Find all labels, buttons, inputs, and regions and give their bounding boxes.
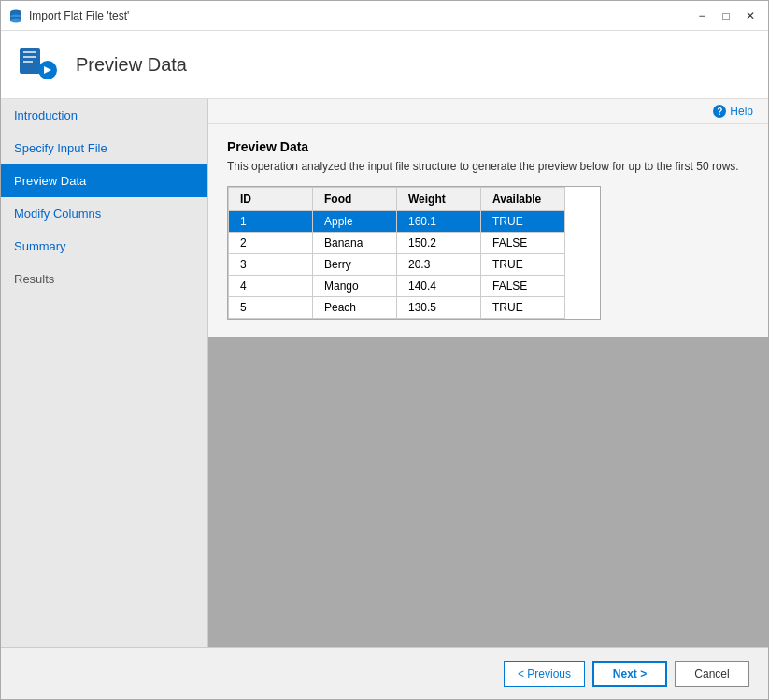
previous-button[interactable]: < Previous <box>504 661 585 687</box>
app-icon <box>8 8 23 23</box>
svg-point-4 <box>10 18 21 22</box>
content-section-title: Preview Data <box>227 139 749 154</box>
sidebar-item-modify-columns[interactable]: Modify Columns <box>1 197 207 230</box>
close-button[interactable]: ✕ <box>740 6 761 26</box>
sidebar: Introduction Specify Input File Preview … <box>1 99 208 647</box>
footer: < Previous Next > Cancel <box>1 647 768 699</box>
header-area: Preview Data <box>1 31 768 99</box>
main-content: Introduction Specify Input File Preview … <box>1 99 768 647</box>
gray-fill-area <box>208 337 768 647</box>
cancel-button[interactable]: Cancel <box>675 661 749 687</box>
content-inner: Preview Data This operation analyzed the… <box>208 124 768 337</box>
sidebar-item-summary[interactable]: Summary <box>1 230 207 263</box>
window-title: Import Flat File 'test' <box>29 9 691 22</box>
table-header-row: ID Food Weight Available <box>229 188 565 211</box>
next-button[interactable]: Next > <box>592 661 667 687</box>
header-icon <box>16 42 61 87</box>
sidebar-item-introduction[interactable]: Introduction <box>1 99 207 132</box>
page-title: Preview Data <box>76 54 187 76</box>
preview-table-container: ID Food Weight Available 1Apple160.1TRUE… <box>227 186 601 320</box>
content-panel: ? Help Preview Data This operation analy… <box>208 99 768 647</box>
help-bar: ? Help <box>208 99 768 124</box>
svg-rect-8 <box>23 61 33 63</box>
table-row[interactable]: 5Peach130.5TRUE <box>229 297 565 319</box>
table-row[interactable]: 4Mango140.4FALSE <box>229 276 565 297</box>
sidebar-item-preview-data: Preview Data <box>1 164 207 197</box>
table-row[interactable]: 1Apple160.1TRUE <box>229 211 565 233</box>
svg-rect-7 <box>23 56 36 58</box>
preview-table: ID Food Weight Available 1Apple160.1TRUE… <box>228 187 565 319</box>
window-controls: − □ ✕ <box>691 6 761 26</box>
table-row[interactable]: 2Banana150.2FALSE <box>229 233 565 254</box>
sidebar-item-results: Results <box>1 263 207 295</box>
help-link[interactable]: ? Help <box>713 105 753 118</box>
col-header-weight: Weight <box>397 188 481 211</box>
col-header-available: Available <box>481 188 565 211</box>
col-header-food: Food <box>313 188 397 211</box>
main-window: Import Flat File 'test' − □ ✕ Preview Da… <box>0 0 769 700</box>
minimize-button[interactable]: − <box>691 6 712 26</box>
svg-rect-6 <box>23 51 36 53</box>
table-row[interactable]: 3Berry20.3TRUE <box>229 254 565 276</box>
sidebar-item-specify-input-file[interactable]: Specify Input File <box>1 132 207 164</box>
title-bar: Import Flat File 'test' − □ ✕ <box>1 1 768 31</box>
help-icon: ? <box>713 105 726 118</box>
maximize-button[interactable]: □ <box>716 6 736 26</box>
col-header-id: ID <box>229 188 313 211</box>
content-description: This operation analyzed the input file s… <box>227 160 749 173</box>
